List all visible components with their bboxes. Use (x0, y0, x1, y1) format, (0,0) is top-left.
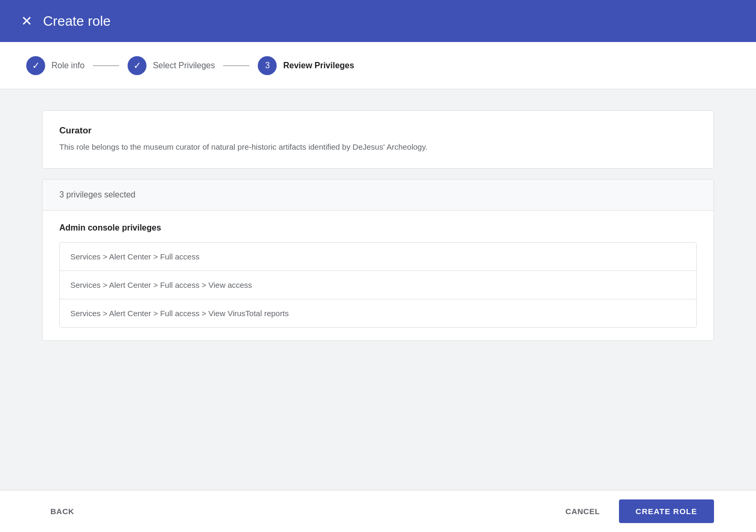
step-1-circle: ✓ (26, 56, 45, 75)
step-3-number: 3 (265, 61, 270, 70)
step-3-label: Review Privileges (283, 61, 354, 70)
privileges-header: 3 privileges selected (43, 180, 713, 211)
create-role-button[interactable]: CREATE ROLE (619, 499, 714, 523)
privileges-card: 3 privileges selected Admin console priv… (42, 179, 714, 341)
step-role-info: ✓ Role info (26, 56, 85, 75)
step-divider-1 (93, 65, 119, 66)
step-divider-2 (223, 65, 249, 66)
list-item: Services > Alert Center > Full access (60, 243, 696, 271)
step-2-label: Select Privileges (153, 61, 215, 70)
privileges-section-title: Admin console privileges (59, 223, 697, 233)
footer-left: BACK (42, 502, 82, 521)
close-icon[interactable]: ✕ (21, 13, 33, 29)
check-icon-2: ✓ (133, 60, 141, 71)
step-select-privileges: ✓ Select Privileges (128, 56, 215, 75)
privileges-body: Admin console privileges Services > Aler… (43, 211, 713, 340)
role-description: This role belongs to the museum curator … (59, 141, 697, 153)
step-review-privileges: 3 Review Privileges (258, 56, 354, 75)
footer-right: CANCEL CREATE ROLE (557, 499, 714, 523)
info-card: Curator This role belongs to the museum … (42, 110, 714, 169)
step-1-label: Role info (51, 61, 85, 70)
list-item: Services > Alert Center > Full access > … (60, 271, 696, 299)
main-content: Curator This role belongs to the museum … (0, 89, 756, 490)
step-3-circle: 3 (258, 56, 277, 75)
role-name: Curator (59, 126, 697, 136)
back-button[interactable]: BACK (42, 502, 82, 521)
list-item: Services > Alert Center > Full access > … (60, 299, 696, 327)
stepper: ✓ Role info ✓ Select Privileges 3 Review… (0, 42, 756, 89)
step-2-circle: ✓ (128, 56, 146, 75)
cancel-button[interactable]: CANCEL (557, 502, 608, 521)
dialog-title: Create role (43, 13, 111, 29)
check-icon: ✓ (32, 60, 40, 71)
dialog-header: ✕ Create role (0, 0, 756, 42)
privileges-list: Services > Alert Center > Full access Se… (59, 242, 697, 328)
privileges-count: 3 privileges selected (59, 190, 135, 199)
dialog-footer: BACK CANCEL CREATE ROLE (0, 490, 756, 532)
